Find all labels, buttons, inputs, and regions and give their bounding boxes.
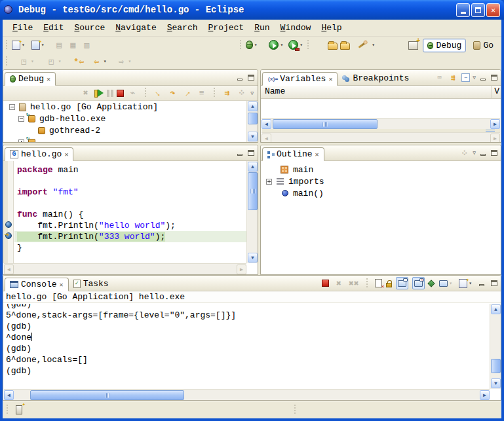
new-button[interactable]: ✦▾	[10, 38, 26, 52]
outline-row-package[interactable]: main	[261, 164, 501, 175]
outline-row-imports[interactable]: imports	[261, 175, 501, 187]
previous-annotation-button[interactable]: ◰▾	[45, 54, 63, 69]
run-button[interactable]: ▾	[267, 38, 284, 52]
remove-terminated-button[interactable]: ✖	[80, 88, 91, 99]
scroll-up-button[interactable]: ▲	[491, 304, 501, 314]
tab-outline[interactable]: Outline ✕	[262, 147, 324, 161]
menu-search[interactable]: Search	[163, 22, 203, 34]
editor-vertical-scrollbar[interactable]: ▲ ▼	[246, 161, 258, 263]
save-button[interactable]: ▤	[52, 38, 66, 52]
close-icon[interactable]: ✕	[315, 151, 319, 158]
scroll-lock-button[interactable]	[386, 283, 392, 287]
minimize-view-button[interactable]	[477, 280, 486, 287]
show-type-names-button[interactable]: ⌨	[434, 72, 445, 83]
scrollbar-thumb[interactable]	[248, 113, 258, 124]
open-resource-button[interactable]	[339, 38, 351, 52]
scroll-left-button[interactable]: ◀	[4, 265, 14, 274]
menu-edit[interactable]: Edit	[39, 22, 68, 34]
tree-row-thread[interactable]: gothread-2	[4, 124, 246, 136]
scroll-down-button[interactable]: ▼	[248, 132, 258, 141]
tree-row-launch[interactable]: hello.go [Go Application]	[4, 101, 246, 113]
scrollbar-thumb[interactable]	[248, 172, 258, 210]
close-icon[interactable]: ✕	[60, 281, 64, 289]
back-button[interactable]: ⇦▾	[90, 54, 108, 69]
drop-to-frame-button[interactable]: ≡	[196, 88, 207, 99]
variables-horizontal-scrollbar[interactable]: ◀ ▶	[262, 118, 500, 129]
scroll-up-button[interactable]: ▲	[248, 162, 258, 172]
tab-debug[interactable]: Debug ✕	[5, 72, 56, 86]
scrollbar-thumb[interactable]	[273, 119, 378, 129]
scroll-right-button[interactable]: ▶	[490, 134, 500, 143]
scroll-down-button[interactable]: ▼	[248, 253, 258, 263]
details-horizontal-scrollbar[interactable]: ◀ ▶	[262, 132, 500, 143]
maximize-view-button[interactable]	[490, 280, 498, 287]
breakpoint-icon[interactable]	[5, 221, 12, 228]
maximize-view-button[interactable]	[490, 149, 498, 157]
remove-all-terminated-button[interactable]: ✖✖	[348, 278, 359, 289]
menu-run[interactable]: Run	[250, 22, 274, 34]
print-button[interactable]: ▥	[80, 38, 94, 52]
forward-button[interactable]: ⇨▾	[114, 54, 132, 69]
tab-hello-go[interactable]: G hello.go ✕	[5, 147, 73, 161]
menu-project[interactable]: Project	[204, 22, 249, 34]
open-type-button[interactable]	[326, 38, 339, 52]
code-editor[interactable]: package main import "fmt" func main() { …	[14, 161, 246, 263]
view-menu-chevron-icon[interactable]: ▽	[473, 150, 476, 156]
link-with-editor-button[interactable]: ⁘	[459, 147, 470, 158]
tab-tasks[interactable]: ✓ Tasks	[69, 277, 113, 291]
scroll-right-button[interactable]: ▶	[490, 119, 500, 129]
scroll-left-button[interactable]: ◀	[262, 134, 271, 143]
debug-vertical-scrollbar[interactable]: ▲ ▼	[246, 101, 258, 142]
collapse-all-button[interactable]: −	[461, 73, 470, 82]
expand-expander-icon[interactable]	[266, 179, 272, 185]
minimize-window-button[interactable]	[456, 3, 470, 17]
open-perspective-button[interactable]	[407, 38, 419, 52]
collapse-all-button[interactable]: ⁘	[236, 88, 247, 99]
minimize-view-button[interactable]	[235, 74, 244, 82]
run-external-tools-button[interactable]: ▾	[287, 38, 304, 52]
console-output[interactable]: (gdb) 5^done,stack-args=[frame={level="0…	[4, 304, 490, 389]
console-horizontal-scrollbar[interactable]: ◀ ▶	[4, 389, 490, 400]
display-console-button[interactable]: ▾	[438, 276, 454, 291]
scroll-up-button[interactable]: ▲	[248, 101, 258, 111]
minimize-view-button[interactable]	[478, 74, 487, 82]
fast-view-icon[interactable]	[16, 405, 22, 414]
maximize-view-button[interactable]	[246, 149, 255, 157]
maximize-view-button[interactable]	[246, 74, 255, 82]
scrollbar-thumb[interactable]	[30, 390, 184, 400]
close-icon[interactable]: ✕	[64, 151, 68, 158]
step-into-button[interactable]: →	[151, 85, 166, 101]
last-edit-location-button[interactable]: *⇦	[72, 54, 86, 69]
step-over-button[interactable]: ↷	[167, 88, 178, 99]
scrollbar-thumb[interactable]	[491, 359, 501, 373]
menu-help[interactable]: Help	[317, 22, 346, 34]
menu-source[interactable]: Source	[69, 22, 109, 34]
editor-horizontal-scrollbar[interactable]: ◀ ▶	[4, 263, 246, 274]
open-console-button[interactable]: ✦▾	[457, 276, 473, 291]
use-step-filters-button[interactable]: ⇉	[222, 88, 233, 99]
tree-row-process[interactable]: gdb-hello.exe	[4, 113, 246, 124]
tab-breakpoints[interactable]: Breakpoints	[338, 71, 414, 85]
console-vertical-scrollbar[interactable]: ▲ ▼	[490, 304, 501, 389]
terminate-button[interactable]	[322, 280, 329, 287]
scroll-left-button[interactable]: ◀	[4, 390, 14, 400]
search-button[interactable]: ▾	[357, 38, 376, 52]
close-icon[interactable]: ✕	[47, 75, 50, 83]
menu-file[interactable]: File	[8, 22, 37, 34]
debug-last-button[interactable]: ▾	[244, 38, 259, 52]
terminate-button[interactable]	[117, 90, 124, 97]
collapse-expander-icon[interactable]	[18, 116, 24, 122]
show-stderr-button[interactable]: ✕	[412, 277, 425, 289]
scroll-left-button[interactable]: ◀	[262, 119, 271, 129]
menu-window[interactable]: Window	[276, 22, 316, 34]
maximize-view-button[interactable]	[490, 74, 498, 82]
step-return-button[interactable]: →	[180, 85, 195, 101]
show-stdout-button[interactable]	[396, 277, 408, 289]
debug-tree[interactable]: hello.go [Go Application] gdb-hello.exe …	[4, 101, 246, 142]
scroll-right-button[interactable]: ▶	[237, 265, 246, 274]
new-project-button[interactable]: ✦▾	[30, 38, 46, 52]
tree-row-clipped[interactable]	[4, 136, 246, 142]
view-menu-chevron-icon[interactable]: ▽	[473, 75, 476, 81]
close-icon[interactable]: ✕	[328, 75, 332, 83]
perspective-debug-button[interactable]: Debug	[423, 39, 466, 52]
